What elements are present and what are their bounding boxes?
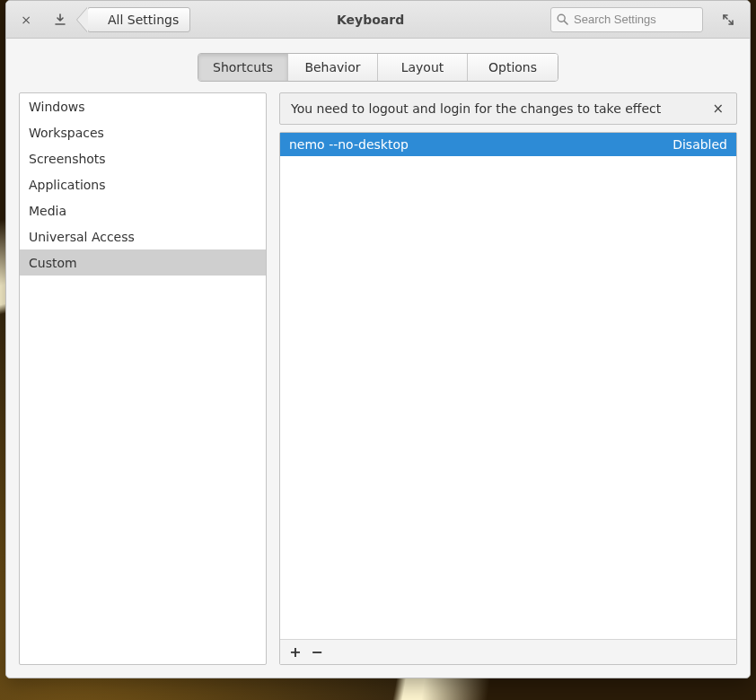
tab-behavior[interactable]: Behavior — [288, 54, 378, 81]
sidebar-item-applications[interactable]: Applications — [20, 171, 266, 197]
back-all-settings-button[interactable]: All Settings — [87, 7, 190, 32]
sidebar-item-label: Screenshots — [29, 152, 106, 166]
tab-bar: ShortcutsBehaviorLayoutOptions — [6, 39, 750, 92]
info-bar-text: You need to logout and login for the cha… — [291, 101, 661, 116]
remove-shortcut-button[interactable]: − — [307, 643, 327, 662]
tab-label: Behavior — [304, 60, 360, 74]
shortcut-list: nemo --no-desktopDisabled — [280, 133, 736, 639]
sidebar-item-workspaces[interactable]: Workspaces — [20, 119, 266, 145]
header-bar: × All Settings Keyboard — [6, 1, 750, 39]
maximize-button[interactable] — [716, 7, 741, 32]
search-icon — [557, 13, 568, 25]
shortcut-binding: Disabled — [672, 137, 727, 152]
back-button-label: All Settings — [108, 13, 179, 27]
content-area: WindowsWorkspacesScreenshotsApplications… — [6, 92, 750, 678]
sidebar-item-screenshots[interactable]: Screenshots — [20, 145, 266, 171]
sidebar-item-label: Media — [29, 204, 66, 218]
sidebar-item-label: Windows — [29, 100, 85, 114]
sidebar-item-universal-access[interactable]: Universal Access — [20, 223, 266, 249]
download-icon — [54, 13, 66, 26]
sidebar-item-label: Applications — [29, 178, 106, 192]
search-input[interactable] — [574, 13, 697, 26]
info-bar: You need to logout and login for the cha… — [279, 92, 737, 125]
shortcut-row[interactable]: nemo --no-desktopDisabled — [280, 133, 736, 156]
sidebar-item-custom[interactable]: Custom — [20, 249, 266, 276]
add-shortcut-button[interactable]: + — [286, 643, 305, 662]
main-pane: You need to logout and login for the cha… — [279, 92, 737, 665]
tab-label: Layout — [401, 60, 444, 74]
search-field[interactable] — [550, 7, 703, 32]
shortcut-command: nemo --no-desktop — [289, 137, 409, 152]
dismiss-icon: × — [712, 101, 724, 117]
shortcut-list-container: nemo --no-desktopDisabled + − — [279, 132, 737, 665]
tab-shortcuts[interactable]: Shortcuts — [198, 54, 288, 81]
minus-icon: − — [311, 643, 322, 661]
tab-label: Shortcuts — [213, 60, 273, 74]
sidebar-item-label: Universal Access — [29, 230, 135, 244]
svg-line-1 — [564, 21, 567, 24]
keyboard-settings-window: × All Settings Keyboard Shortcut — [5, 0, 751, 678]
sidebar-item-windows[interactable]: Windows — [20, 93, 266, 119]
tab-label: Options — [488, 60, 537, 74]
sidebar-item-label: Workspaces — [29, 126, 104, 140]
list-toolbar: + − — [280, 639, 736, 664]
sidebar-item-label: Custom — [29, 256, 77, 270]
tab-switcher: ShortcutsBehaviorLayoutOptions — [198, 53, 558, 82]
plus-icon: + — [289, 643, 301, 661]
headerbar-left-controls: × All Settings — [13, 7, 190, 32]
minimize-button[interactable] — [48, 7, 73, 32]
tab-options[interactable]: Options — [468, 54, 558, 81]
expand-icon — [722, 13, 734, 26]
category-sidebar: WindowsWorkspacesScreenshotsApplications… — [19, 92, 267, 665]
close-window-button[interactable]: × — [13, 7, 39, 32]
sidebar-item-media[interactable]: Media — [20, 197, 266, 223]
close-icon: × — [21, 13, 31, 27]
info-bar-close-button[interactable]: × — [708, 99, 727, 118]
tab-layout[interactable]: Layout — [378, 54, 468, 81]
window-title: Keyboard — [196, 13, 545, 27]
